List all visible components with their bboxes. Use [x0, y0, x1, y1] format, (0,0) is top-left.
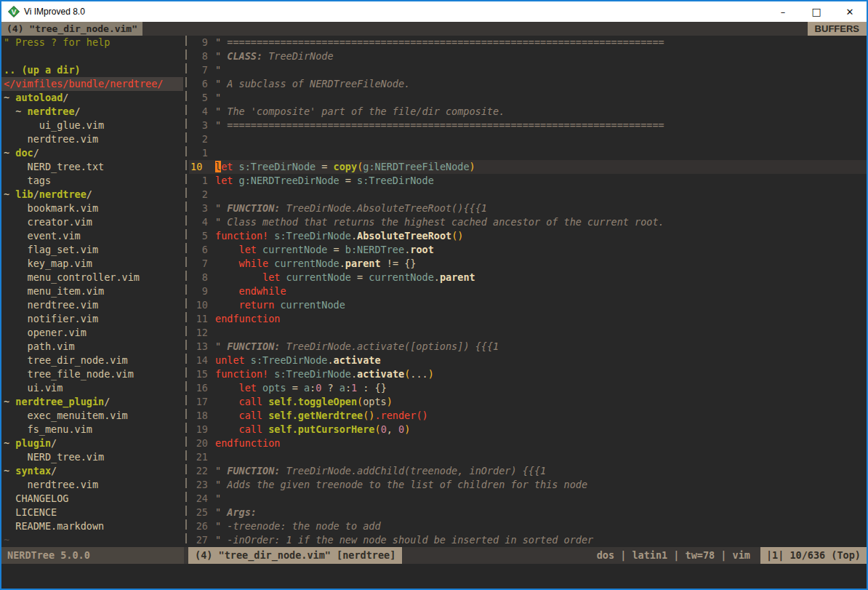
tree-item[interactable]: tree_file_node.vim [1, 367, 183, 381]
tree-item[interactable]: fs_menu.vim [1, 423, 183, 436]
tree-item[interactable]: NERD_tree.vim [1, 450, 183, 464]
code-text: " Adds the given treenode to the list of… [215, 478, 587, 492]
code-line[interactable]: 5function! s:TreeDirNode.AbsoluteTreeRoo… [189, 229, 867, 243]
tree-item[interactable]: ui_glue.vim [1, 119, 183, 132]
code-line[interactable]: 8" CLASS: TreeDirNode [189, 49, 867, 63]
tree-item-text: bookmark.vim [4, 202, 98, 214]
code-line[interactable]: 11endfunction [189, 312, 867, 326]
tree-item[interactable]: ~ autoload/ [1, 91, 183, 105]
tree-item-text: ~ [4, 437, 15, 449]
code-text: " FUNCTION: TreeDirNode.addChild(treenod… [215, 464, 546, 478]
code-token: : {} [357, 382, 387, 394]
tree-item[interactable]: ~ plugin/ [1, 436, 183, 450]
code-token: ( [357, 396, 363, 407]
tree-item[interactable]: event.vim [1, 229, 183, 243]
code-line[interactable]: 15function! s:TreeDirNode.activate(...) [189, 367, 867, 381]
tree-item[interactable]: path.vim [1, 340, 183, 354]
code-line[interactable]: 13" FUNCTION: TreeDirNode.activate([opti… [189, 340, 867, 354]
tree-item[interactable]: ui.vim [1, 381, 183, 395]
code-text: function! s:TreeDirNode.activate(...) [215, 367, 434, 381]
nerdtree-pane[interactable]: " Press ? for help.. (up a dir)</vimfile… [1, 36, 183, 547]
tree-item[interactable]: tags [1, 174, 183, 188]
tree-item[interactable] [1, 49, 183, 63]
code-line[interactable]: 9 endwhile [189, 284, 867, 298]
code-token: function! [215, 230, 268, 242]
code-line[interactable]: 27" -inOrder: 1 if the new node should b… [189, 533, 867, 547]
tree-item[interactable]: flag_set.vim [1, 243, 183, 257]
tab-buffers-label[interactable]: BUFFERS [808, 22, 867, 36]
code-line[interactable]: 3" FUNCTION: TreeDirNode.AbsoluteTreeRoo… [189, 202, 867, 215]
code-line[interactable]: 17 call self.toggleOpen(opts) [189, 395, 867, 409]
code-token: ) [404, 423, 410, 435]
code-line[interactable]: 21 [189, 450, 867, 464]
tree-item[interactable]: .. (up a dir) [1, 63, 183, 77]
command-line[interactable] [1, 564, 867, 589]
tree-item[interactable]: ~ lib/nerdtree/ [1, 188, 183, 202]
code-line[interactable]: 7" [189, 63, 867, 77]
code-line[interactable]: 9" =====================================… [189, 36, 867, 49]
tree-item[interactable]: ~ syntax/ [1, 464, 183, 478]
code-line[interactable]: 5" [189, 91, 867, 105]
code-line[interactable]: 4" The 'composite' part of the file/dir … [189, 105, 867, 119]
tree-item[interactable]: nerdtree.vim [1, 298, 183, 312]
tree-item-text: notifier.vim [4, 313, 98, 324]
code-line[interactable]: 1let g:NERDTreeDirNode = s:TreeDirNode [189, 174, 867, 188]
tree-item[interactable]: creator.vim [1, 215, 183, 229]
tree-item[interactable]: key_map.vim [1, 257, 183, 271]
code-line[interactable]: 4" Class method that returns the highest… [189, 215, 867, 229]
code-pane[interactable]: 9" =====================================… [189, 36, 867, 547]
tree-item[interactable]: README.markdown [1, 519, 183, 533]
code-token: () [451, 230, 463, 242]
code-line[interactable]: 20endfunction [189, 436, 867, 450]
code-line[interactable]: 19 call self.putCursorHere(0, 0) [189, 423, 867, 436]
tree-item[interactable]: exec_menuitem.vim [1, 409, 183, 423]
code-token: root [410, 244, 434, 255]
code-line[interactable]: 6 let currentNode = b:NERDTree.root [189, 243, 867, 257]
tree-item[interactable]: nerdtree.vim [1, 478, 183, 492]
code-line[interactable]: 7 while currentNode.parent != {} [189, 257, 867, 271]
window-separator[interactable] [183, 36, 189, 547]
code-line[interactable]: 2 [189, 132, 867, 146]
code-token: ) [470, 161, 475, 172]
maximize-button[interactable]: □ [800, 1, 833, 22]
tree-selected-item[interactable]: </vimfiles/bundle/nerdtree/ [1, 77, 183, 91]
code-line[interactable]: 16 let opts = a:0 ? a:1 : {} [189, 381, 867, 395]
minimize-button[interactable]: – [766, 1, 800, 22]
code-line[interactable]: 12 [189, 326, 867, 340]
tree-item[interactable]: bookmark.vim [1, 202, 183, 215]
code-text: " ======================================… [215, 119, 664, 132]
tree-item[interactable]: menu_controller.vim [1, 271, 183, 284]
code-line[interactable]: 3" =====================================… [189, 119, 867, 132]
code-line[interactable]: 18 call self.getNerdtree().render() [189, 409, 867, 423]
code-line[interactable]: 24" [189, 492, 867, 506]
tree-item[interactable]: ~ nerdtree_plugin/ [1, 395, 183, 409]
code-line[interactable]: 22" FUNCTION: TreeDirNode.addChild(treen… [189, 464, 867, 478]
tree-item[interactable]: ~ [1, 533, 183, 547]
close-button[interactable]: ✕ [833, 1, 867, 22]
code-line[interactable]: 26" -treenode: the node to add [189, 519, 867, 533]
tree-item[interactable]: NERD_tree.txt [1, 160, 183, 174]
code-line[interactable]: 6" A subclass of NERDTreeFileNode. [189, 77, 867, 91]
tree-item[interactable]: CHANGELOG [1, 492, 183, 506]
tree-item-text: </vimfiles/bundle/nerdtree/ [4, 78, 163, 89]
code-line[interactable]: 14unlet s:TreeDirNode.activate [189, 354, 867, 367]
tree-item[interactable]: ~ nerdtree/ [1, 105, 183, 119]
code-line[interactable]: 25" Args: [189, 506, 867, 519]
tree-item[interactable]: nerdtree.vim [1, 132, 183, 146]
code-line[interactable]: 23" Adds the given treenode to the list … [189, 478, 867, 492]
tree-item[interactable]: " Press ? for help [1, 36, 183, 49]
code-text: let currentNode = b:NERDTree.root [215, 243, 434, 257]
tree-item[interactable]: LICENCE [1, 506, 183, 519]
code-line[interactable]: 8 let currentNode = currentNode.parent [189, 271, 867, 284]
tab-current-buffer[interactable]: (4) "tree_dir_node.vim" [1, 22, 142, 36]
code-line-current[interactable]: 10let s:TreeDirNode = copy(g:NERDTreeFil… [189, 160, 867, 174]
tree-item[interactable]: tree_dir_node.vim [1, 354, 183, 367]
line-number: 1 [189, 174, 208, 188]
tree-item[interactable]: ~ doc/ [1, 146, 183, 160]
code-line[interactable]: 10 return currentNode [189, 298, 867, 312]
tree-item[interactable]: notifier.vim [1, 312, 183, 326]
code-line[interactable]: 2 [189, 188, 867, 202]
code-line[interactable]: 1 [189, 146, 867, 160]
tree-item[interactable]: opener.vim [1, 326, 183, 340]
tree-item[interactable]: menu_item.vim [1, 284, 183, 298]
